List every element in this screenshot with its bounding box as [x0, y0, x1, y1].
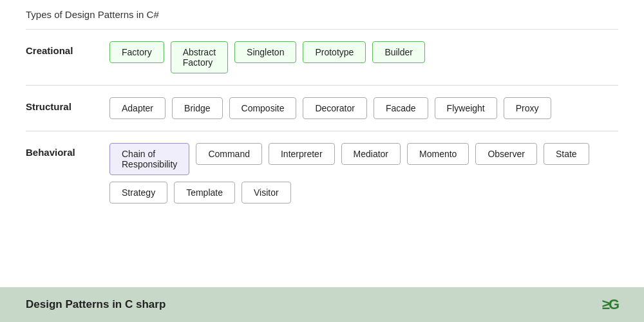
page-title: Types of Design Patterns in C# [0, 0, 644, 29]
pattern-tag-template[interactable]: Template [174, 182, 235, 204]
category-row-behavioral: BehavioralChain of ResponsibilityCommand… [26, 131, 618, 215]
pattern-tag-prototype[interactable]: Prototype [303, 41, 366, 63]
category-label-creational: Creational [26, 41, 109, 56]
main-content: CreationalFactoryAbstract FactorySinglet… [0, 29, 644, 287]
geeksforgeeks-logo: ≥G [602, 296, 618, 313]
pattern-tag-singleton[interactable]: Singleton [234, 41, 296, 63]
category-label-behavioral: Behavioral [26, 143, 109, 158]
pattern-tag-builder[interactable]: Builder [372, 41, 425, 63]
footer-text: Design Patterns in C sharp [26, 298, 166, 311]
pattern-tag-chain-of-responsibility[interactable]: Chain of Responsibility [109, 143, 189, 175]
footer-logo: ≥G [602, 296, 618, 313]
pattern-tag-flyweight[interactable]: Flyweight [435, 97, 497, 119]
pattern-tag-composite[interactable]: Composite [229, 97, 297, 119]
pattern-tag-adapter[interactable]: Adapter [109, 97, 166, 119]
pattern-tag-abstract-factory[interactable]: Abstract Factory [171, 41, 228, 73]
patterns-container-creational: FactoryAbstract FactorySingletonPrototyp… [109, 41, 618, 73]
pattern-tag-command[interactable]: Command [196, 143, 262, 165]
pattern-tag-interpreter[interactable]: Interpreter [269, 143, 335, 165]
pattern-tag-visitor[interactable]: Visitor [242, 182, 291, 204]
category-row-creational: CreationalFactoryAbstract FactorySinglet… [26, 29, 618, 85]
pattern-tag-proxy[interactable]: Proxy [504, 97, 551, 119]
patterns-container-behavioral: Chain of ResponsibilityCommandInterprete… [109, 143, 618, 204]
pattern-tag-strategy[interactable]: Strategy [109, 182, 167, 204]
pattern-tag-mediator[interactable]: Mediator [341, 143, 401, 165]
category-row-structural: StructuralAdapterBridgeCompositeDecorato… [26, 85, 618, 131]
pattern-tag-factory[interactable]: Factory [109, 41, 164, 63]
footer: Design Patterns in C sharp ≥G [0, 287, 644, 322]
category-label-structural: Structural [26, 97, 109, 112]
pattern-tag-momento[interactable]: Momento [407, 143, 469, 165]
pattern-tag-facade[interactable]: Facade [374, 97, 428, 119]
pattern-tag-decorator[interactable]: Decorator [303, 97, 366, 119]
pattern-tag-state[interactable]: State [544, 143, 589, 165]
pattern-tag-observer[interactable]: Observer [475, 143, 537, 165]
pattern-tag-bridge[interactable]: Bridge [172, 97, 222, 119]
patterns-container-structural: AdapterBridgeCompositeDecoratorFacadeFly… [109, 97, 618, 119]
